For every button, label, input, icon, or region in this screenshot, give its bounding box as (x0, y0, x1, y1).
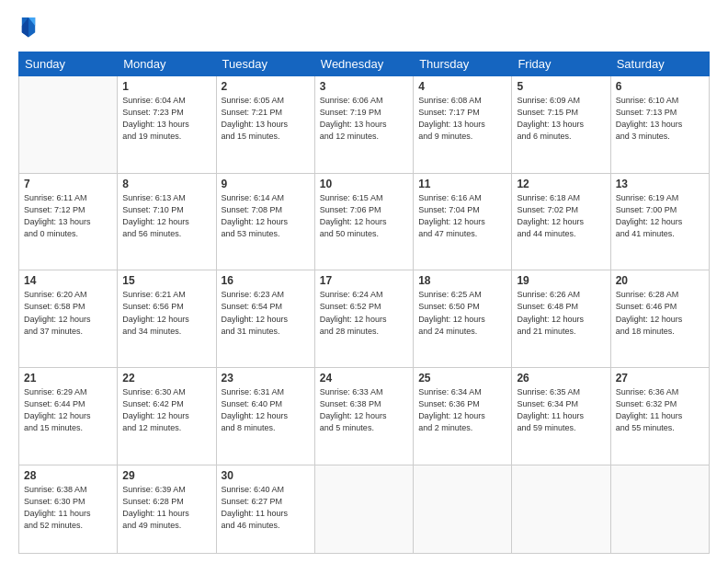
calendar-week-5: 28Sunrise: 6:38 AM Sunset: 6:30 PM Dayli… (19, 465, 710, 553)
day-number: 22 (122, 372, 210, 385)
calendar-cell: 2Sunrise: 6:05 AM Sunset: 7:21 PM Daylig… (216, 76, 314, 174)
day-number: 27 (616, 372, 704, 385)
calendar-week-1: 1Sunrise: 6:04 AM Sunset: 7:23 PM Daylig… (19, 76, 710, 174)
day-info: Sunrise: 6:18 AM Sunset: 7:02 PM Dayligh… (517, 192, 605, 240)
calendar-cell (512, 465, 610, 553)
day-number: 10 (320, 178, 408, 190)
calendar-header-row: SundayMondayTuesdayWednesdayThursdayFrid… (19, 52, 710, 76)
calendar-cell: 13Sunrise: 6:19 AM Sunset: 7:00 PM Dayli… (610, 173, 709, 270)
day-number: 9 (222, 178, 310, 190)
day-number: 14 (24, 274, 112, 287)
calendar-cell (19, 76, 118, 174)
calendar-cell: 15Sunrise: 6:21 AM Sunset: 6:56 PM Dayli… (118, 270, 216, 368)
day-number: 3 (320, 80, 408, 93)
calendar-cell: 7Sunrise: 6:11 AM Sunset: 7:12 PM Daylig… (19, 173, 118, 270)
calendar-cell: 23Sunrise: 6:31 AM Sunset: 6:40 PM Dayli… (216, 368, 314, 465)
calendar-cell: 10Sunrise: 6:15 AM Sunset: 7:06 PM Dayli… (314, 173, 413, 270)
day-number: 13 (616, 178, 704, 190)
day-info: Sunrise: 6:31 AM Sunset: 6:40 PM Dayligh… (222, 386, 310, 434)
day-info: Sunrise: 6:40 AM Sunset: 6:27 PM Dayligh… (222, 484, 310, 532)
day-number: 29 (122, 469, 210, 482)
day-info: Sunrise: 6:24 AM Sunset: 6:52 PM Dayligh… (320, 289, 408, 337)
day-number: 7 (24, 178, 112, 190)
calendar-cell: 16Sunrise: 6:23 AM Sunset: 6:54 PM Dayli… (216, 270, 314, 368)
day-info: Sunrise: 6:20 AM Sunset: 6:58 PM Dayligh… (24, 289, 112, 337)
calendar-week-2: 7Sunrise: 6:11 AM Sunset: 7:12 PM Daylig… (19, 173, 710, 270)
day-info: Sunrise: 6:10 AM Sunset: 7:13 PM Dayligh… (616, 95, 704, 143)
calendar-cell: 30Sunrise: 6:40 AM Sunset: 6:27 PM Dayli… (216, 465, 314, 553)
calendar-header-monday: Monday (118, 52, 216, 76)
day-info: Sunrise: 6:21 AM Sunset: 6:56 PM Dayligh… (122, 289, 210, 337)
calendar-cell: 22Sunrise: 6:30 AM Sunset: 6:42 PM Dayli… (118, 368, 216, 465)
day-info: Sunrise: 6:39 AM Sunset: 6:28 PM Dayligh… (122, 484, 210, 532)
day-number: 1 (122, 80, 210, 93)
day-info: Sunrise: 6:09 AM Sunset: 7:15 PM Dayligh… (517, 95, 605, 143)
day-info: Sunrise: 6:26 AM Sunset: 6:48 PM Dayligh… (517, 289, 605, 337)
day-number: 26 (517, 372, 605, 385)
page: SundayMondayTuesdayWednesdayThursdayFrid… (0, 0, 728, 563)
day-number: 12 (517, 178, 605, 190)
calendar-cell: 3Sunrise: 6:06 AM Sunset: 7:19 PM Daylig… (314, 76, 413, 174)
day-info: Sunrise: 6:38 AM Sunset: 6:30 PM Dayligh… (24, 484, 112, 532)
calendar-header-saturday: Saturday (610, 52, 709, 76)
calendar-cell: 21Sunrise: 6:29 AM Sunset: 6:44 PM Dayli… (19, 368, 118, 465)
day-info: Sunrise: 6:25 AM Sunset: 6:50 PM Dayligh… (418, 289, 506, 337)
day-number: 21 (24, 372, 112, 385)
calendar-cell: 19Sunrise: 6:26 AM Sunset: 6:48 PM Dayli… (512, 270, 610, 368)
day-number: 28 (24, 469, 112, 482)
day-info: Sunrise: 6:11 AM Sunset: 7:12 PM Dayligh… (24, 192, 112, 240)
day-number: 23 (222, 372, 310, 385)
day-number: 18 (418, 274, 506, 287)
calendar-cell: 27Sunrise: 6:36 AM Sunset: 6:32 PM Dayli… (610, 368, 709, 465)
day-number: 16 (222, 274, 310, 287)
calendar-week-3: 14Sunrise: 6:20 AM Sunset: 6:58 PM Dayli… (19, 270, 710, 368)
day-number: 6 (616, 80, 704, 93)
calendar-cell: 8Sunrise: 6:13 AM Sunset: 7:10 PM Daylig… (118, 173, 216, 270)
calendar-header-friday: Friday (512, 52, 610, 76)
day-info: Sunrise: 6:16 AM Sunset: 7:04 PM Dayligh… (418, 192, 506, 240)
day-info: Sunrise: 6:05 AM Sunset: 7:21 PM Dayligh… (222, 95, 310, 143)
calendar-header-tuesday: Tuesday (216, 52, 314, 76)
day-info: Sunrise: 6:28 AM Sunset: 6:46 PM Dayligh… (616, 289, 704, 337)
day-number: 30 (222, 469, 310, 482)
calendar-cell: 4Sunrise: 6:08 AM Sunset: 7:17 PM Daylig… (414, 76, 512, 174)
calendar-cell: 11Sunrise: 6:16 AM Sunset: 7:04 PM Dayli… (414, 173, 512, 270)
day-number: 8 (122, 178, 210, 190)
day-info: Sunrise: 6:06 AM Sunset: 7:19 PM Dayligh… (320, 95, 408, 143)
day-info: Sunrise: 6:30 AM Sunset: 6:42 PM Dayligh… (122, 386, 210, 434)
day-info: Sunrise: 6:33 AM Sunset: 6:38 PM Dayligh… (320, 386, 408, 434)
calendar-cell: 18Sunrise: 6:25 AM Sunset: 6:50 PM Dayli… (414, 270, 512, 368)
day-info: Sunrise: 6:34 AM Sunset: 6:36 PM Dayligh… (418, 386, 506, 434)
day-number: 19 (517, 274, 605, 287)
day-number: 4 (418, 80, 506, 93)
day-number: 25 (418, 372, 506, 385)
calendar-cell (610, 465, 709, 553)
logo-icon (20, 13, 37, 39)
calendar-cell: 17Sunrise: 6:24 AM Sunset: 6:52 PM Dayli… (314, 270, 413, 368)
day-info: Sunrise: 6:04 AM Sunset: 7:23 PM Dayligh… (122, 95, 210, 143)
day-number: 5 (517, 80, 605, 93)
calendar-cell: 5Sunrise: 6:09 AM Sunset: 7:15 PM Daylig… (512, 76, 610, 174)
calendar-cell: 29Sunrise: 6:39 AM Sunset: 6:28 PM Dayli… (118, 465, 216, 553)
calendar-header-thursday: Thursday (414, 52, 512, 76)
calendar-cell (314, 465, 413, 553)
calendar-cell: 20Sunrise: 6:28 AM Sunset: 6:46 PM Dayli… (610, 270, 709, 368)
day-number: 20 (616, 274, 704, 287)
day-info: Sunrise: 6:14 AM Sunset: 7:08 PM Dayligh… (222, 192, 310, 240)
calendar-header-wednesday: Wednesday (314, 52, 413, 76)
calendar-header-sunday: Sunday (19, 52, 118, 76)
logo (18, 17, 37, 42)
day-info: Sunrise: 6:15 AM Sunset: 7:06 PM Dayligh… (320, 192, 408, 240)
calendar-cell: 9Sunrise: 6:14 AM Sunset: 7:08 PM Daylig… (216, 173, 314, 270)
calendar-cell: 26Sunrise: 6:35 AM Sunset: 6:34 PM Dayli… (512, 368, 610, 465)
day-info: Sunrise: 6:13 AM Sunset: 7:10 PM Dayligh… (122, 192, 210, 240)
calendar-cell: 12Sunrise: 6:18 AM Sunset: 7:02 PM Dayli… (512, 173, 610, 270)
calendar-week-4: 21Sunrise: 6:29 AM Sunset: 6:44 PM Dayli… (19, 368, 710, 465)
day-number: 11 (418, 178, 506, 190)
calendar-cell: 1Sunrise: 6:04 AM Sunset: 7:23 PM Daylig… (118, 76, 216, 174)
day-info: Sunrise: 6:19 AM Sunset: 7:00 PM Dayligh… (616, 192, 704, 240)
day-info: Sunrise: 6:29 AM Sunset: 6:44 PM Dayligh… (24, 386, 112, 434)
day-number: 24 (320, 372, 408, 385)
day-info: Sunrise: 6:36 AM Sunset: 6:32 PM Dayligh… (616, 386, 704, 434)
day-number: 17 (320, 274, 408, 287)
